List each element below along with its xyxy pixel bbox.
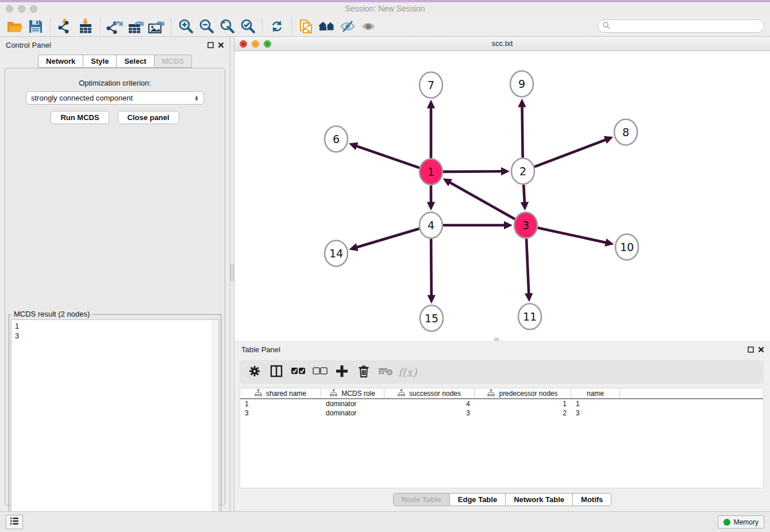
network-snapshot-icon: [298, 18, 314, 35]
export-image-icon: [147, 18, 165, 34]
optimization-criterion-select[interactable]: strongly connected component ▲▼: [26, 91, 204, 105]
network-snapshot-button[interactable]: [296, 18, 317, 35]
table-panel-title: Table Panel: [241, 345, 280, 354]
column-visibility-button[interactable]: [268, 364, 284, 380]
zoom-fit-button[interactable]: [217, 18, 237, 35]
add-column-button[interactable]: [334, 364, 350, 380]
graph-node-1[interactable]: 1: [419, 159, 442, 185]
graph-node-4[interactable]: 4: [419, 213, 442, 238]
deselect-all-rows-button[interactable]: [312, 364, 328, 380]
edge-3-1[interactable]: [449, 182, 515, 219]
zoom-out-icon: [198, 18, 214, 34]
search-box[interactable]: [598, 20, 764, 33]
export-image-button[interactable]: [146, 18, 167, 35]
open-file-button[interactable]: [5, 18, 25, 35]
export-network-icon: [106, 18, 124, 34]
edge-3-11[interactable]: [526, 238, 529, 294]
tab-style[interactable]: Style: [83, 55, 117, 68]
tab-select[interactable]: Select: [117, 55, 154, 68]
import-network-button[interactable]: [55, 18, 75, 35]
select-all-rows-button[interactable]: [290, 364, 306, 380]
graph-node-10[interactable]: 10: [615, 234, 638, 260]
table-row[interactable]: 3dominator323: [240, 408, 763, 418]
graph-node-14[interactable]: 14: [325, 241, 348, 267]
zoom-selected-button[interactable]: [237, 18, 258, 35]
mcds-result-scrollbar[interactable]: [213, 320, 218, 530]
graph-node-3[interactable]: 3: [514, 213, 537, 238]
task-history-button[interactable]: [6, 515, 23, 529]
tab-network[interactable]: Network: [38, 55, 83, 68]
graph-node-15[interactable]: 15: [420, 306, 443, 331]
column-header-successor-nodes[interactable]: successor nodes: [384, 388, 475, 398]
network-canvas[interactable]: 1234678910111415: [234, 52, 770, 341]
delete-row-button[interactable]: [356, 364, 372, 380]
save-session-button[interactable]: [25, 18, 46, 35]
panel-splitter[interactable]: [230, 37, 234, 511]
edge-1-2[interactable]: [443, 171, 502, 172]
arrowhead-4-3: [504, 221, 513, 229]
import-table-button[interactable]: [75, 18, 96, 35]
close-panel-icon[interactable]: [758, 346, 764, 353]
close-panel-button[interactable]: Close panel: [118, 111, 179, 124]
optimization-criterion-value: strongly connected component: [31, 94, 133, 102]
toolbar-separator: [171, 18, 171, 34]
export-table-button[interactable]: [125, 18, 146, 35]
home-button[interactable]: [317, 18, 337, 35]
edge-3-10[interactable]: [538, 228, 607, 242]
memory-button[interactable]: Memory: [718, 515, 764, 529]
tab-edge-table[interactable]: Edge Table: [450, 493, 506, 506]
tab-node-table[interactable]: Node Table: [393, 493, 450, 506]
run-mcds-button[interactable]: Run MCDS: [51, 111, 109, 124]
float-panel-icon[interactable]: [748, 346, 754, 353]
table-row[interactable]: 1dominator411: [240, 399, 763, 408]
column-header-MCDS-role[interactable]: MCDS role: [321, 388, 384, 398]
tab-motifs[interactable]: Motifs: [573, 493, 611, 506]
graph-node-9[interactable]: 9: [510, 71, 533, 97]
show-graphics-button[interactable]: [358, 18, 379, 35]
arrowhead-3-10: [605, 238, 614, 246]
table-settings-icon: [248, 364, 261, 380]
network-window-titlebar[interactable]: ✕ − + scc.txt: [234, 37, 770, 51]
select-stepper-icon: ▲▼: [194, 95, 199, 101]
toolbar-separator: [100, 18, 101, 34]
export-network-button[interactable]: [105, 18, 125, 35]
mcds-result-lines: 13: [15, 321, 215, 341]
table-tabs: Node TableEdge TableNetwork TableMotifs: [234, 493, 770, 506]
edge-2-3[interactable]: [523, 184, 525, 203]
column-header-shared-name[interactable]: shared name: [240, 388, 321, 398]
zoom-out-button[interactable]: [196, 18, 217, 35]
table-settings-button[interactable]: [247, 364, 263, 380]
search-input[interactable]: [613, 21, 764, 32]
edge-4-15[interactable]: [431, 238, 432, 296]
mcds-result-title: MCDS result (2 nodes): [11, 310, 92, 318]
control-panel: Control Panel NetworkStyleSelectMCDS Opt…: [0, 37, 230, 511]
close-panel-icon[interactable]: [218, 42, 224, 48]
hide-graphics-button[interactable]: [337, 18, 358, 35]
tab-network-table[interactable]: Network Table: [506, 493, 573, 506]
mcds-result-text[interactable]: 13: [11, 319, 219, 530]
column-header-predecessor-nodes[interactable]: predecessor nodes: [475, 388, 571, 398]
refresh-layout-button[interactable]: [267, 18, 287, 35]
edge-2-9[interactable]: [522, 106, 523, 157]
node-label-4: 4: [428, 219, 434, 232]
memory-label: Memory: [734, 518, 759, 526]
delete-column-icon: [378, 366, 393, 379]
graph-node-6[interactable]: 6: [325, 126, 348, 152]
graph-node-7[interactable]: 7: [419, 72, 442, 98]
delete-column-button: [378, 364, 394, 380]
edge-4-14[interactable]: [356, 229, 419, 248]
graph-node-11[interactable]: 11: [518, 304, 541, 330]
graph-node-8[interactable]: 8: [614, 119, 637, 145]
float-panel-icon[interactable]: [207, 42, 214, 48]
graph-node-2[interactable]: 2: [511, 159, 534, 184]
edge-2-8[interactable]: [534, 140, 606, 167]
memory-status-icon: [723, 519, 730, 526]
arrowhead-4-14: [349, 243, 358, 251]
edge-1-6[interactable]: [356, 146, 419, 168]
import-table-icon: [78, 18, 94, 34]
column-label: MCDS role: [341, 390, 375, 398]
splitter-grip[interactable]: [230, 264, 234, 280]
zoom-in-button[interactable]: [175, 18, 196, 35]
tab-mcds[interactable]: MCDS: [155, 55, 192, 68]
column-header-name[interactable]: name: [571, 388, 620, 398]
